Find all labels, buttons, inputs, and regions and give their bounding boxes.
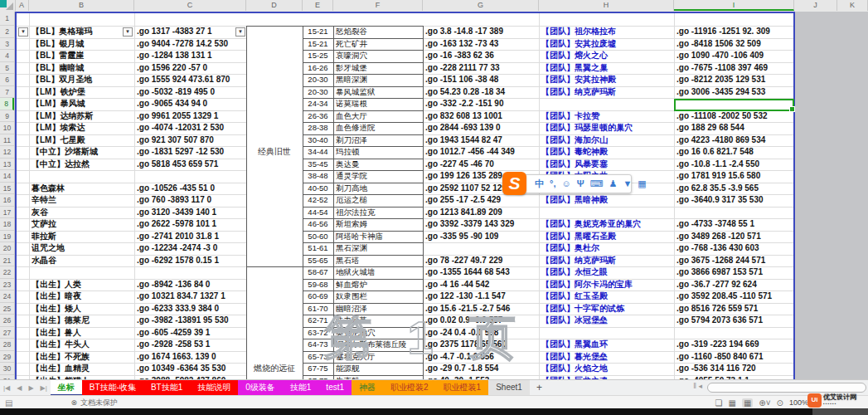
column-header-J[interactable]: J [794,0,837,11]
cell-F28[interactable]: 旧希尔斯布莱德丘陵 [336,339,423,351]
cell-F7[interactable]: 暴风城监狱 [336,86,423,99]
cell-F14[interactable]: 通灵学院 [336,170,423,183]
row-header-12[interactable]: 12 [0,146,14,159]
cell-H22[interactable]: 【团队】永恒之眼 [541,266,674,279]
ime-icon-1[interactable]: °, [550,175,555,193]
cell-F11[interactable]: 剃刀沼泽 [336,134,423,147]
cell-G6[interactable]: .go -151 106 -38 48 [425,74,539,86]
cell-E15[interactable]: 40-50 [303,183,333,195]
cell-B15[interactable]: 暮色森林 [32,183,134,195]
cell-H18[interactable]: 【团队】奥妮克希亚的巢穴 [541,218,674,231]
tab-scroll-marks[interactable]: ‖ ◂ [693,382,702,390]
cell-B20[interactable]: 诅咒之地 [32,242,134,255]
row-header-11[interactable]: 11 [0,134,14,147]
tab-nav-arrow-2[interactable]: ▶ [25,380,36,396]
column-header-I[interactable]: I [674,0,794,11]
sheet-tab-职业橙装2[interactable]: 职业橙装2 [383,380,436,396]
cell-F21[interactable]: 黑石塔 [336,255,423,267]
cell-E11[interactable]: 30-40 [303,134,333,147]
cell-C17[interactable]: .go 3120 -3439 140 1 [137,207,246,219]
cell-C29[interactable]: .go 1674 1663. 139 0 [137,351,246,364]
cell-I21[interactable]: .go 3675 -1268 244 571 [676,255,794,267]
column-header-E[interactable]: E [303,0,333,11]
cell-C19[interactable]: .go -2741 2010 31.8 1 [137,231,246,243]
row-header-4[interactable]: 4 [0,50,14,62]
cell-E6[interactable]: 20-30 [303,74,333,86]
column-header-B[interactable]: B [29,0,134,11]
cell-E10[interactable]: 28-38 [303,122,333,134]
cell-C3[interactable]: .go 9404 -7278 14.2 530 [137,38,246,51]
cell-H23[interactable]: 【团队】阿尔卡冯的宝库 [541,279,674,291]
cell-I22[interactable]: .go 3866 6987 153 571 [676,266,794,279]
cell-H4[interactable]: 【团队】熔火之心 [541,50,674,62]
cell-F19[interactable]: 阿塔哈卡神庙 [336,231,423,243]
cell-B23[interactable]: 【出生】人类 [32,279,134,291]
sheet-tab-职业橙装1[interactable]: 职业橙装1 [436,380,489,396]
cell-C15[interactable]: .go -10526 -435 51 0 [137,183,246,195]
row-header-7[interactable]: 7 [0,86,14,99]
cell-E8[interactable]: 24-34 [303,98,333,110]
sheet-grid[interactable]: 【BL】奥格瑞玛.go 1317 -4383 27 115-21怒焰裂谷.go … [15,12,868,379]
cell-B19[interactable]: 菲拉斯 [32,231,134,243]
cell-E29[interactable]: 65-73 [303,351,333,364]
sheet-tab-技能说明[interactable]: 技能说明 [190,380,238,396]
cell-G8[interactable]: .go -332 -2.2 -151 90 [425,98,539,110]
cell-E22[interactable]: 58-67 [303,266,333,279]
cell-I13[interactable]: .go -10.8 -1.1 -2.4 550 [676,159,794,171]
sheet-tab-Sheet1[interactable]: Sheet1 [488,380,530,396]
cell-B18[interactable]: 艾萨拉 [32,218,134,231]
page-layout-icon[interactable]: ⊕˅ [759,398,770,408]
cell-H10[interactable]: 【团队】玛瑟里顿的巢穴 [541,122,674,134]
cell-F6[interactable]: 黑暗深渊 [336,74,423,86]
cell-I15[interactable]: .go 62.8 35.5 -3.9 565 [676,183,794,195]
row-header-22[interactable]: 22 [0,266,14,279]
sheet-tab-0级装备[interactable]: 0级装备 [238,380,283,396]
cell-H26[interactable]: 【团队】冰冠堡垒 [541,315,674,327]
cell-C26[interactable]: .go -3982 -13891 95 530 [137,315,246,327]
cell-H25[interactable]: 【团队】十字军的试炼 [541,303,674,315]
cell-I25[interactable]: .go 8516 726 559 571 [676,303,794,315]
fill-handle[interactable] [789,106,795,112]
cell-G29[interactable]: .go -4.7 -0.1 0 556 [425,351,539,364]
column-header-K[interactable]: K [837,0,868,11]
cell-I18[interactable]: .go -4733 -3748 55 1 [676,218,794,231]
cell-F23[interactable]: 鲜血熔炉 [336,279,423,291]
cell-B25[interactable]: 【出生】矮人 [32,303,134,315]
cell-F8[interactable]: 诺莫瑞根 [336,98,423,110]
cell-G17[interactable]: .go 1213 841.89 209 [425,207,539,219]
row-header-30[interactable]: 30 [0,363,14,375]
cell-B8[interactable]: 【LM】暴风城 [32,98,134,110]
cell-G28[interactable]: .go 2375 1178 65 560 [425,339,539,351]
row-header-29[interactable]: 29 [0,351,14,364]
cell-C6[interactable]: .go 1555 924 473.61 870 [137,74,246,86]
sheet-tab-BT技能1[interactable]: BT技能1 [143,380,190,396]
cell-B27[interactable]: 【出生】兽人 [32,327,134,339]
cell-I28[interactable]: .go -319 -223 194 669 [676,339,794,351]
cell-F27[interactable]: 奥金尼地穴 [336,327,423,339]
column-header-A[interactable]: A [15,0,29,11]
cell-F15[interactable]: 剃刀高地 [336,183,423,195]
column-header-G[interactable]: G [423,0,539,11]
cell-E18[interactable]: 46-56 [303,218,333,231]
cell-F29[interactable]: 塞泰克大厅 [336,351,423,364]
cell-I2[interactable]: .go -11916 -1251 92. 309 [676,26,794,38]
cell-H28[interactable]: 【团队】黑翼血环 [541,339,674,351]
cell-B4[interactable]: 【BL】雷霆崖 [32,50,134,62]
cell-E20[interactable]: 51-61 [303,242,333,255]
cell-E5[interactable]: 16-26 [303,62,333,75]
cell-C11[interactable]: .go 921 307 507 870 [137,134,246,147]
cell-E16[interactable]: 42-52 [303,194,333,207]
tab-nav-arrow-1[interactable]: ◀ [13,380,25,396]
cell-E26[interactable]: 62-71 [303,315,333,327]
cell-F10[interactable]: 血色修道院 [336,122,423,134]
row-header-10[interactable]: 10 [0,122,14,134]
cell-C16[interactable]: .go 760 -3893 117 0 [137,194,246,207]
fullscreen-view-icon[interactable]: ❏ [715,398,722,408]
reading-mode-icon[interactable]: ▤ [5,398,12,408]
row-header-15[interactable]: 15 [0,183,14,195]
cell-I10[interactable]: .go 188 29 68 544 [676,122,794,134]
cell-F18[interactable]: 斯坦索姆 [336,218,423,231]
cell-C9[interactable]: .go 9961 2055 1329 1 [137,110,246,123]
cell-H19[interactable]: 【团队】黑曜石圣殿 [541,231,674,243]
cell-B9[interactable]: 【LM】达纳苏斯 [32,110,134,123]
